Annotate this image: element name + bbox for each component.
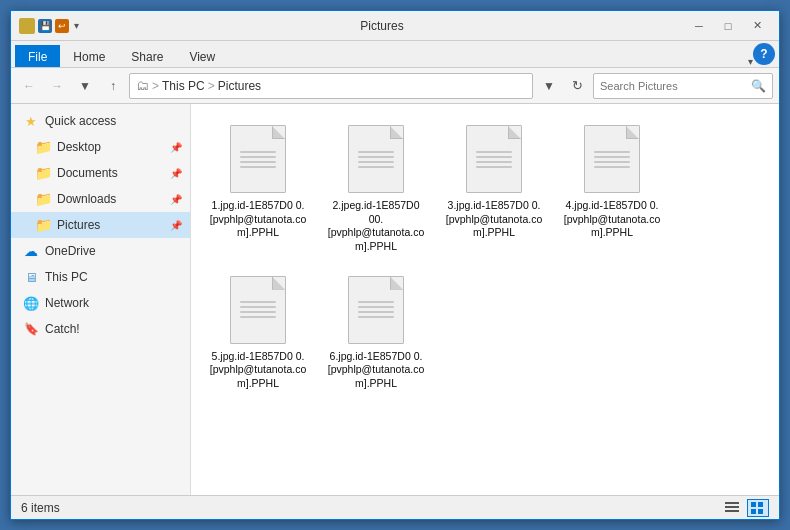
- file-lines-6: [358, 301, 394, 318]
- file-icon-1: [226, 123, 290, 195]
- path-pictures[interactable]: Pictures: [218, 79, 261, 93]
- files-grid: 1.jpg.id-1E857D0 0.[pvphlp@tutanota.com]…: [199, 112, 771, 399]
- sidebar-item-network[interactable]: 🌐 Network: [11, 290, 190, 316]
- svg-rect-2: [725, 502, 739, 504]
- sidebar-label-pictures: Pictures: [57, 218, 100, 232]
- sidebar-label-thispc: This PC: [45, 270, 88, 284]
- large-icons-view-icon: [751, 502, 765, 514]
- address-path[interactable]: 🗂 > This PC > Pictures: [129, 73, 533, 99]
- svg-rect-0: [21, 24, 33, 31]
- sidebar: ★ Quick access 📁 Desktop 📌 📁 Documents 📌: [11, 104, 191, 495]
- pin-documents-icon: 📌: [170, 168, 182, 179]
- folder-documents-icon: 📁: [35, 165, 51, 181]
- ribbon-expand-icon[interactable]: ▾: [748, 56, 753, 67]
- file-item-4[interactable]: 4.jpg.id-1E857D0 0.[pvphlp@tutanota.com]…: [557, 116, 667, 259]
- sidebar-item-thispc[interactable]: 🖥 This PC: [11, 264, 190, 290]
- tab-home[interactable]: Home: [60, 45, 118, 67]
- svg-rect-5: [751, 502, 756, 507]
- folder-pictures-icon: 📁: [35, 217, 51, 233]
- file-item-1[interactable]: 1.jpg.id-1E857D0 0.[pvphlp@tutanota.com]…: [203, 116, 313, 259]
- undo-title-icon: ↩: [55, 19, 69, 33]
- file-name-4: 4.jpg.id-1E857D0 0.[pvphlp@tutanota.com]…: [562, 199, 662, 240]
- save-title-icon: 💾: [38, 19, 52, 33]
- recent-locations-button[interactable]: ▼: [73, 74, 97, 98]
- refresh-button[interactable]: ↻: [565, 74, 589, 98]
- tab-view[interactable]: View: [176, 45, 228, 67]
- file-page-5: [230, 276, 286, 344]
- maximize-button[interactable]: □: [714, 15, 742, 37]
- sidebar-label-desktop: Desktop: [57, 140, 101, 154]
- file-name-6: 6.jpg.id-1E857D0 0.[pvphlp@tutanota.com]…: [326, 350, 426, 391]
- svg-rect-7: [751, 509, 756, 514]
- file-lines-3: [476, 151, 512, 168]
- file-item-5[interactable]: 5.jpg.id-1E857D0 0.[pvphlp@tutanota.com]…: [203, 267, 313, 396]
- file-page-3: [466, 125, 522, 193]
- file-lines-2: [358, 151, 394, 168]
- path-thispc[interactable]: This PC: [162, 79, 205, 93]
- forward-button[interactable]: →: [45, 74, 69, 98]
- file-page-1: [230, 125, 286, 193]
- address-bar: ← → ▼ ↑ 🗂 > This PC > Pictures ▼ ↻ 🔍: [11, 68, 779, 104]
- sidebar-label-catch: Catch!: [45, 322, 80, 336]
- sidebar-label-onedrive: OneDrive: [45, 244, 96, 258]
- pin-icon: 📌: [170, 142, 182, 153]
- sidebar-item-pictures[interactable]: 📁 Pictures 📌: [11, 212, 190, 238]
- folder-title-icon: [19, 18, 35, 34]
- minimize-button[interactable]: ─: [685, 15, 713, 37]
- file-icon-5: [226, 274, 290, 346]
- tab-share[interactable]: Share: [118, 45, 176, 67]
- path-expand-button[interactable]: ▼: [537, 74, 561, 98]
- sidebar-item-desktop[interactable]: 📁 Desktop 📌: [11, 134, 190, 160]
- sidebar-item-onedrive[interactable]: ☁ OneDrive: [11, 238, 190, 264]
- thispc-icon: 🖥: [23, 269, 39, 285]
- catch-icon: 🔖: [23, 321, 39, 337]
- svg-rect-1: [21, 23, 26, 25]
- file-name-3: 3.jpg.id-1E857D0 0.[pvphlp@tutanota.com]…: [444, 199, 544, 240]
- file-lines-5: [240, 301, 276, 318]
- large-icons-view-button[interactable]: [747, 499, 769, 517]
- tab-file[interactable]: File: [15, 45, 60, 67]
- sidebar-item-documents[interactable]: 📁 Documents 📌: [11, 160, 190, 186]
- up-button[interactable]: ↑: [101, 74, 125, 98]
- onedrive-icon: ☁: [23, 243, 39, 259]
- file-page-4: [584, 125, 640, 193]
- pin-downloads-icon: 📌: [170, 194, 182, 205]
- file-page-2: [348, 125, 404, 193]
- details-view-icon: [725, 502, 739, 514]
- sidebar-label-documents: Documents: [57, 166, 118, 180]
- star-icon: ★: [23, 113, 39, 129]
- file-icon-2: [344, 123, 408, 195]
- folder-desktop-icon: 📁: [35, 139, 51, 155]
- view-controls: [721, 499, 769, 517]
- sidebar-item-quick-access[interactable]: ★ Quick access: [11, 108, 190, 134]
- svg-rect-3: [725, 506, 739, 508]
- details-view-button[interactable]: [721, 499, 743, 517]
- help-button[interactable]: ?: [753, 43, 775, 65]
- sidebar-label-network: Network: [45, 296, 89, 310]
- search-box[interactable]: 🔍: [593, 73, 773, 99]
- file-name-1: 1.jpg.id-1E857D0 0.[pvphlp@tutanota.com]…: [208, 199, 308, 240]
- ribbon-tabs: File Home Share View ▾ ?: [11, 41, 779, 67]
- sidebar-label-quick-access: Quick access: [45, 114, 116, 128]
- file-item-6[interactable]: 6.jpg.id-1E857D0 0.[pvphlp@tutanota.com]…: [321, 267, 431, 396]
- file-icon-6: [344, 274, 408, 346]
- network-icon: 🌐: [23, 295, 39, 311]
- svg-rect-4: [725, 510, 739, 512]
- file-icon-3: [462, 123, 526, 195]
- file-area: 1.jpg.id-1E857D0 0.[pvphlp@tutanota.com]…: [191, 104, 779, 495]
- sidebar-label-downloads: Downloads: [57, 192, 116, 206]
- item-count: 6 items: [21, 501, 60, 515]
- svg-rect-6: [758, 502, 763, 507]
- close-button[interactable]: ✕: [743, 15, 771, 37]
- sidebar-item-catch[interactable]: 🔖 Catch!: [11, 316, 190, 342]
- file-page-6: [348, 276, 404, 344]
- search-input[interactable]: [600, 80, 747, 92]
- window-title: Pictures: [79, 19, 685, 33]
- file-item-3[interactable]: 3.jpg.id-1E857D0 0.[pvphlp@tutanota.com]…: [439, 116, 549, 259]
- file-item-2[interactable]: 2.jpeg.id-1E857D0 00.[pvphlp@tutanota.co…: [321, 116, 431, 259]
- sidebar-item-downloads[interactable]: 📁 Downloads 📌: [11, 186, 190, 212]
- status-bar: 6 items: [11, 495, 779, 519]
- back-button[interactable]: ←: [17, 74, 41, 98]
- ribbon: File Home Share View ▾ ?: [11, 41, 779, 68]
- main-content: ★ Quick access 📁 Desktop 📌 📁 Documents 📌: [11, 104, 779, 495]
